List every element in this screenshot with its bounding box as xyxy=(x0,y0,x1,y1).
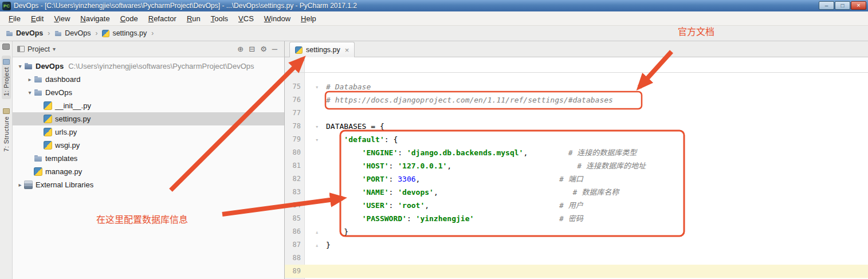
code-line-84: 84 'USER': 'root', # 用户 xyxy=(285,199,868,212)
maximize-button[interactable]: □ xyxy=(835,1,850,10)
code-token: : xyxy=(389,201,398,210)
code-text: } xyxy=(321,225,868,238)
project-view-icon xyxy=(17,46,25,52)
line-number: 77 xyxy=(285,107,304,120)
menu-view[interactable]: View xyxy=(49,14,75,23)
fold-column: ▿ xyxy=(304,80,321,93)
hide-panel-button[interactable]: ─ xyxy=(272,45,277,53)
tree-item-urls-py[interactable]: urls.py xyxy=(13,125,284,139)
code-text: # https://docs.djangoproject.com/en/1.11… xyxy=(321,93,868,107)
code-token: # 密码 xyxy=(559,214,583,223)
tree-item-external-libraries[interactable]: ▸External Libraries xyxy=(13,178,284,191)
code-token: : xyxy=(389,175,398,183)
line-number: 84 xyxy=(285,199,304,212)
breadcrumb-label: DevOps xyxy=(16,29,43,37)
collapse-all-button[interactable]: ⊟ xyxy=(249,45,255,53)
code-token: 'django.db.backends.mysql' xyxy=(407,148,524,157)
scroll-from-source-button[interactable]: ⊕ xyxy=(237,45,243,53)
code-token: 'root' xyxy=(398,201,425,210)
breadcrumb-item-settings-py[interactable]: settings.py xyxy=(101,29,148,37)
code-text: 'PORT': 3306, # 端口 xyxy=(321,172,868,186)
line-number: 88 xyxy=(285,252,304,265)
fold-open-icon[interactable]: ▿ xyxy=(316,84,319,90)
menu-vcs[interactable]: VCS xyxy=(233,14,259,23)
close-button[interactable]: × xyxy=(851,1,866,10)
code-token: # Database xyxy=(326,82,371,91)
line-number: 80 xyxy=(285,146,304,159)
code-token xyxy=(326,175,362,183)
menu-run[interactable]: Run xyxy=(182,14,206,23)
toolwindow-quick-access-icon[interactable] xyxy=(2,44,10,50)
breadcrumb-item-devops[interactable]: DevOps xyxy=(5,29,44,37)
menu-refactor[interactable]: Refactor xyxy=(143,14,182,23)
menu-edit[interactable]: Edit xyxy=(26,14,49,23)
chevron-expanded-icon[interactable]: ▾ xyxy=(26,89,34,96)
fold-column: ▵ xyxy=(304,225,321,238)
tree-item-manage-py[interactable]: manage.py xyxy=(13,165,284,178)
editor-tab-settings-py[interactable]: settings.py × xyxy=(289,42,355,57)
left-tool-strip: 1: Project 7: Structure xyxy=(0,41,13,279)
code-token: } xyxy=(326,241,331,249)
code-line-87: 87▵} xyxy=(285,238,868,252)
fold-column xyxy=(304,93,321,107)
tree-item-label: manage.py xyxy=(45,167,82,176)
line-number: 79 xyxy=(285,133,304,146)
fold-open-icon[interactable]: ▿ xyxy=(316,124,319,129)
project-view-dropdown-icon[interactable]: ▾ xyxy=(53,46,56,52)
editor-separator-line xyxy=(285,72,868,73)
code-line-83: 83 'NAME': 'devops', # 数据库名称 xyxy=(285,186,868,199)
fold-column: ▿ xyxy=(304,120,321,133)
code-line-81: 81 'HOST': '127.0.0.1', # 连接数据库的地址 xyxy=(285,159,868,172)
code-token: : xyxy=(398,148,407,157)
line-number: 76 xyxy=(285,93,304,107)
chevron-collapsed-icon[interactable]: ▸ xyxy=(16,182,24,188)
tree-item-templates[interactable]: templates xyxy=(13,152,284,165)
menu-help[interactable]: Help xyxy=(296,14,321,23)
code-token xyxy=(326,188,362,197)
line-number: 78 xyxy=(285,120,304,133)
pycharm-window: PC DevOps - [C:\Users\yinzhengjie\softwa… xyxy=(0,0,868,279)
fold-open-icon[interactable]: ▿ xyxy=(316,137,319,143)
code-text: 'HOST': '127.0.0.1', # 连接数据库的地址 xyxy=(321,159,868,172)
code-token: '127.0.0.1' xyxy=(398,162,447,170)
tree-item-devops[interactable]: ▾DevOps xyxy=(13,86,284,99)
chevron-collapsed-icon[interactable]: ▸ xyxy=(26,76,34,82)
toolwindow-tab-label: 1: Project xyxy=(3,67,10,96)
line-number: 75 xyxy=(285,80,304,93)
menu-tools[interactable]: Tools xyxy=(206,14,233,23)
tab-close-icon[interactable]: × xyxy=(345,46,349,54)
tree-item-devops[interactable]: ▾DevOpsC:\Users\yinzhengjie\softwares\Py… xyxy=(13,60,284,73)
minimize-button[interactable]: – xyxy=(819,1,834,10)
fold-column xyxy=(304,146,321,159)
menu-navigate[interactable]: Navigate xyxy=(75,14,115,23)
project-panel-header: Project ▾ ⊕⊟⚙─ xyxy=(13,41,284,57)
toolwindow-tab-label: 7: Structure xyxy=(3,116,10,152)
breadcrumb-item-devops[interactable]: DevOps xyxy=(53,29,92,37)
fold-close-icon[interactable]: ▵ xyxy=(316,229,319,235)
menu-code[interactable]: Code xyxy=(115,14,143,23)
settings-gear-button[interactable]: ⚙ xyxy=(260,45,267,53)
menu-file[interactable]: File xyxy=(3,14,26,23)
line-number: 82 xyxy=(285,172,304,186)
python-file-icon xyxy=(102,30,109,37)
code-text: 'default': { xyxy=(321,133,868,146)
tree-item-dashboard[interactable]: ▸dashboard xyxy=(13,73,284,86)
editor-body[interactable]: 75▿# Database76# https://docs.djangoproj… xyxy=(285,57,868,279)
fold-close-icon[interactable]: ▵ xyxy=(316,242,319,248)
code-token: # https://docs.djangoproject.com/en/1.11… xyxy=(326,96,613,104)
code-token xyxy=(474,214,559,223)
python-file-icon xyxy=(44,101,52,110)
tree-item-wsgi-py[interactable]: wsgi.py xyxy=(13,139,284,152)
line-number: 81 xyxy=(285,159,304,172)
tree-item-init-py[interactable]: __init__.py xyxy=(13,99,284,112)
toolwindow-tab-project[interactable]: 1: Project xyxy=(2,56,11,99)
chevron-expanded-icon[interactable]: ▾ xyxy=(16,63,24,69)
tree-item-path: C:\Users\yinzhengjie\softwares\PycharmPr… xyxy=(68,62,254,70)
python-file-icon xyxy=(34,167,42,176)
code-line-89: 89 xyxy=(285,265,868,278)
tree-item-settings-py[interactable]: settings.py xyxy=(13,112,284,125)
toolwindow-tab-structure[interactable]: 7: Structure xyxy=(2,105,11,155)
tree-item-label: dashboard xyxy=(45,75,80,84)
project-folder-icon xyxy=(24,62,33,70)
menu-window[interactable]: Window xyxy=(259,14,296,23)
